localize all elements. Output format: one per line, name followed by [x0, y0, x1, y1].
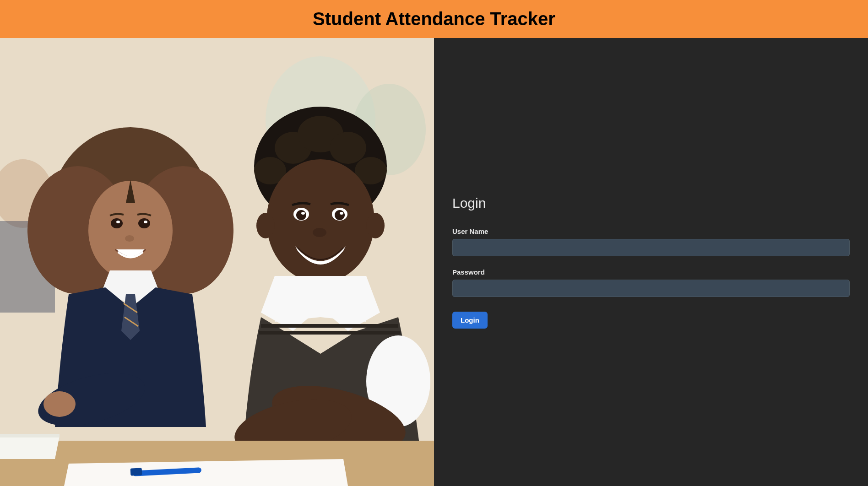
students-illustration: [0, 38, 434, 486]
svg-rect-40: [130, 468, 142, 475]
login-heading: Login: [452, 195, 850, 211]
password-input[interactable]: [452, 280, 850, 297]
svg-rect-32: [261, 324, 398, 328]
svg-rect-38: [0, 434, 60, 437]
svg-point-10: [138, 218, 150, 228]
hero-image-panel: [0, 38, 434, 486]
password-label: Password: [452, 268, 850, 276]
svg-point-19: [330, 132, 366, 164]
svg-point-27: [296, 210, 306, 220]
login-panel: Login User Name Password Login: [434, 38, 868, 486]
svg-point-24: [366, 213, 385, 238]
username-label: User Name: [452, 227, 850, 235]
svg-point-9: [111, 218, 123, 228]
username-input[interactable]: [452, 239, 850, 256]
svg-point-29: [301, 212, 305, 215]
svg-point-15: [43, 391, 76, 417]
svg-point-11: [116, 221, 120, 223]
login-button[interactable]: Login: [452, 312, 488, 329]
header-bar: Student Attendance Tracker: [0, 0, 868, 38]
svg-rect-33: [259, 331, 401, 335]
svg-point-30: [340, 212, 343, 215]
main-content: Login User Name Password Login: [0, 38, 868, 486]
password-group: Password: [452, 268, 850, 297]
svg-point-23: [256, 213, 275, 238]
svg-point-12: [144, 221, 147, 223]
svg-point-31: [313, 228, 326, 237]
svg-point-28: [335, 210, 345, 220]
svg-point-13: [125, 235, 134, 242]
username-group: User Name: [452, 227, 850, 256]
app-title: Student Attendance Tracker: [313, 9, 555, 29]
